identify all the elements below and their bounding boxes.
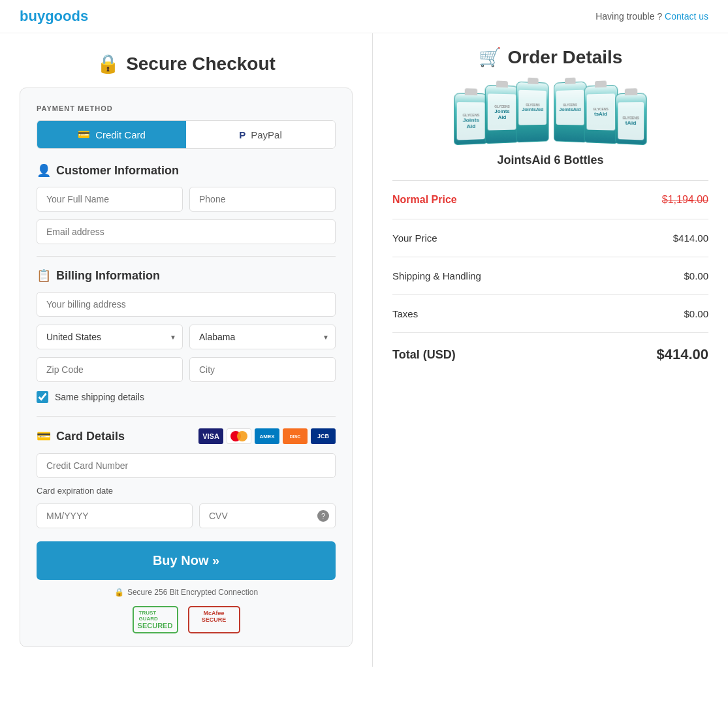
zip-city-row (37, 357, 336, 382)
price-divider-top (392, 180, 708, 181)
price-divider-3 (392, 295, 708, 295)
name-phone-row (37, 187, 336, 212)
amex-icon: AMEX (255, 428, 279, 444)
amex-text: AMEX (259, 434, 274, 439)
form-card: PAYMENT METHOD 💳 Credit Card P PayPal 👤 … (20, 88, 353, 647)
buy-now-label: Buy Now » (153, 553, 219, 567)
normal-price-row: Normal Price $1,194.00 (392, 187, 708, 212)
bottle-3-label: GLYCENS JointsAid (518, 90, 546, 125)
bottle-4: GLYCENS JointsAid (554, 82, 586, 143)
state-select[interactable]: Alabama Alaska Arizona (189, 325, 336, 349)
expiry-cvv-row: ? (37, 503, 336, 528)
taxes-row: Taxes $0.00 (392, 302, 708, 326)
shipping-row: Shipping & Handling $0.00 (392, 264, 708, 288)
product-name: JointsAid 6 Bottles (392, 153, 708, 167)
lock-icon: 🔒 (97, 53, 119, 74)
same-shipping-label: Same shipping details (55, 392, 144, 402)
mcafee-line1: McAfee (203, 610, 224, 616)
billing-section-text: Billing Information (56, 269, 160, 283)
normal-price-label: Normal Price (392, 194, 457, 206)
price-divider-2 (392, 257, 708, 257)
paypal-icon: P (239, 129, 245, 140)
logo: buygoods (20, 8, 88, 25)
trust-badges: TRUST GUARD SECURED McAfee SECURE (37, 606, 336, 633)
billing-icon: 📋 (37, 268, 51, 283)
shipping-label: Shipping & Handling (392, 270, 481, 281)
logo-buy: buy (20, 8, 45, 24)
billing-address-input[interactable] (37, 292, 336, 317)
full-name-input[interactable] (37, 187, 183, 212)
normal-price-value: $1,194.00 (662, 194, 708, 206)
paypal-label: PayPal (251, 129, 282, 140)
checkout-title: 🔒 Secure Checkout (20, 53, 353, 74)
order-title-text: Order Details (508, 47, 623, 68)
bottle-1-label: GLYCENS JointsAid (457, 102, 485, 140)
city-input[interactable] (189, 357, 336, 382)
email-group (37, 219, 336, 244)
bottle-2: GLYCENS JointsAid (485, 85, 519, 144)
your-price-value: $414.00 (673, 232, 708, 244)
total-label: Total (USD) (392, 348, 456, 362)
bottle-5-label: GLYCENS tsAid (587, 93, 616, 130)
security-text: Secure 256 Bit Encrypted Connection (127, 588, 258, 597)
payment-section-label: PAYMENT METHOD (37, 104, 336, 112)
your-price-label: Your Price (392, 232, 437, 244)
cvv-wrap: ? (199, 503, 336, 528)
product-bottles-group: GLYCENS JointsAid GLYCENS JointsAid GLYC… (458, 81, 642, 143)
bottle-3: GLYCENS JointsAid (516, 82, 548, 142)
main-layout: 🔒 Secure Checkout PAYMENT METHOD 💳 Credi… (0, 33, 728, 667)
right-panel: 🛒 Order Details GLYCENS JointsAid GLYC (372, 33, 728, 667)
total-value: $414.00 (656, 346, 708, 363)
cart-icon: 🛒 (479, 46, 501, 68)
your-price-row: Your Price $414.00 (392, 226, 708, 250)
product-image-area: GLYCENS JointsAid GLYCENS JointsAid GLYC… (392, 81, 708, 143)
buy-now-button[interactable]: Buy Now » (37, 541, 336, 580)
trust-guard-line1: TRUST GUARD (139, 610, 172, 622)
bottle-6-label: GLYCENS tAid (618, 102, 644, 140)
visa-icon: VISA (198, 428, 223, 444)
mcafee-line2: SECURE (202, 616, 227, 623)
email-input[interactable] (37, 219, 336, 244)
paypal-tab[interactable]: P PayPal (186, 121, 335, 148)
zip-input[interactable] (37, 357, 183, 382)
phone-input[interactable] (189, 187, 336, 212)
same-shipping-checkbox[interactable] (37, 391, 48, 403)
card-number-input[interactable] (37, 453, 336, 478)
payment-tabs: 💳 Credit Card P PayPal (37, 120, 336, 149)
divider-1 (37, 256, 336, 257)
divider-2 (37, 416, 336, 417)
country-state-row: United States Canada United Kingdom Alab… (37, 325, 336, 349)
customer-section-header: 👤 Customer Information (37, 163, 336, 178)
country-select[interactable]: United States Canada United Kingdom (37, 325, 183, 349)
bottle-2-label: GLYCENS JointsAid (488, 93, 516, 130)
discover-text: DISC (290, 434, 301, 439)
credit-card-tab[interactable]: 💳 Credit Card (37, 121, 186, 148)
trouble-text: Having trouble ? (595, 11, 662, 22)
price-divider-4 (392, 332, 708, 333)
trust-guard-badge: TRUST GUARD SECURED (133, 606, 178, 633)
card-section-title: 💳 Card Details (37, 429, 125, 443)
card-section-text: Card Details (56, 430, 125, 443)
billing-address-group (37, 292, 336, 317)
bottle-6: GLYCENS tAid (615, 93, 646, 145)
header: buygoods Having trouble ? Contact us (0, 0, 728, 33)
card-icon: 💳 (37, 429, 51, 443)
card-details-header: 💳 Card Details VISA AMEX (37, 428, 336, 444)
cvv-help-icon[interactable]: ? (317, 510, 329, 522)
bottle-4-label: GLYCENS JointsAid (556, 90, 584, 125)
bottle-group-left: GLYCENS JointsAid GLYCENS JointsAid GLYC… (456, 79, 547, 145)
order-title: 🛒 Order Details (392, 46, 708, 68)
country-select-wrap: United States Canada United Kingdom (37, 325, 183, 349)
shipping-value: $0.00 (684, 270, 708, 281)
checkout-title-text: Secure Checkout (126, 54, 276, 74)
bottle-1: GLYCENS JointsAid (454, 93, 488, 145)
contact-link[interactable]: Contact us (665, 11, 708, 22)
visa-text: VISA (202, 432, 219, 440)
bottle-group-right: GLYCENS JointsAid GLYCENS tsAid GLYCENS (556, 79, 644, 145)
left-panel: 🔒 Secure Checkout PAYMENT METHOD 💳 Credi… (0, 33, 372, 667)
cvv-input[interactable] (199, 503, 336, 528)
mcafee-badge: McAfee SECURE (188, 606, 240, 633)
expiry-input[interactable] (37, 503, 193, 528)
billing-section-header: 📋 Billing Information (37, 268, 336, 283)
header-right: Having trouble ? Contact us (595, 11, 708, 22)
